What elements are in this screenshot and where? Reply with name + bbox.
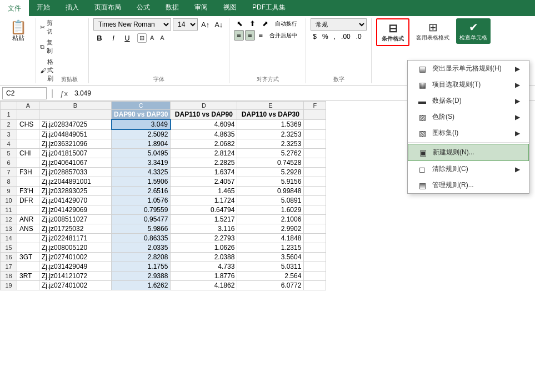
table-cell[interactable]: Zj.jz031429049	[39, 262, 112, 272]
table-cell[interactable]: Zj.jz2044891001	[39, 177, 112, 187]
table-cell[interactable]	[17, 281, 39, 290]
italic-button[interactable]: I	[107, 32, 119, 44]
table-cell[interactable]: 5.2762	[237, 149, 304, 158]
row-number[interactable]: 10	[1, 196, 17, 205]
table-cell[interactable]: 2.3253	[237, 139, 304, 149]
table-cell[interactable]: 3.5604	[237, 253, 304, 262]
table-cell[interactable]	[304, 224, 326, 234]
cell-reference-box[interactable]	[2, 87, 47, 99]
font-size-select[interactable]: 14	[173, 18, 198, 31]
table-cell[interactable]: 0.86335	[112, 234, 171, 243]
table-cell[interactable]: 1.1724	[171, 196, 237, 205]
row-number[interactable]: 16	[1, 253, 17, 262]
table-cell[interactable]	[17, 129, 39, 139]
table-cell[interactable]: 1.2315	[237, 243, 304, 253]
table-cell[interactable]: 1.6262	[112, 281, 171, 290]
font-name-select[interactable]: Times New Roman	[93, 18, 171, 31]
row-number[interactable]: 18	[1, 272, 17, 281]
table-cell[interactable]	[304, 243, 326, 253]
row-number[interactable]: 13	[1, 224, 17, 234]
menu-item-manage-rules[interactable]: ▤管理规则(R)...	[408, 177, 529, 193]
table-cell[interactable]: 4.3325	[112, 168, 171, 177]
table-cell[interactable]	[304, 119, 326, 129]
col-header-b[interactable]: B	[39, 102, 112, 110]
row-number[interactable]: 6	[1, 158, 17, 168]
row-number[interactable]: 5	[1, 149, 17, 158]
menu-item-new-rule[interactable]: ▣新建规则(N)...	[408, 144, 529, 161]
table-cell[interactable]: ANS	[17, 224, 39, 234]
cell-styles-button[interactable]: ✔ 检查单元格	[456, 18, 491, 44]
table-cell[interactable]: 3.116	[171, 224, 237, 234]
table-cell[interactable]: 2.0682	[171, 139, 237, 149]
align-right-button[interactable]: ≡	[256, 30, 266, 41]
table-cell[interactable]: Zj.jz014121072	[39, 272, 112, 281]
table-cell[interactable]: 4.1862	[171, 281, 237, 290]
table-cell[interactable]	[304, 110, 326, 120]
number-format-select[interactable]: 常规	[311, 18, 367, 31]
table-cell[interactable]: 5.0891	[237, 196, 304, 205]
table-cell[interactable]: Zj.jz032893025	[39, 187, 112, 196]
merge-center-button[interactable]: 合并后居中	[267, 30, 300, 41]
currency-button[interactable]: $	[311, 32, 319, 42]
tab-file[interactable]: 文件	[0, 0, 29, 16]
row-number[interactable]: 8	[1, 177, 17, 187]
table-format-button[interactable]: ⊞ 套用表格格式	[413, 18, 453, 44]
table-cell[interactable]: 1.0626	[171, 243, 237, 253]
table-cell[interactable]	[304, 272, 326, 281]
col-header-f[interactable]: F	[304, 102, 326, 110]
table-cell[interactable]: Zj.jz044849051	[39, 129, 112, 139]
col-header-d[interactable]: D	[171, 102, 237, 110]
table-cell[interactable]: 1.6374	[171, 168, 237, 177]
tab-page-layout[interactable]: 页面布局	[87, 0, 129, 16]
menu-item-data-bars[interactable]: ▬数据条(D)▶	[408, 93, 529, 109]
comma-button[interactable]: ,	[332, 32, 338, 42]
percent-button[interactable]: %	[320, 32, 331, 42]
table-cell[interactable]: 1.5906	[112, 177, 171, 187]
menu-item-color-scales[interactable]: ▨色阶(S)▶	[408, 109, 529, 125]
table-cell[interactable]	[17, 110, 39, 120]
table-cell[interactable]: F3'H	[17, 187, 39, 196]
wrap-text-button[interactable]: 自动换行	[272, 18, 300, 29]
table-cell[interactable]: CHI	[17, 149, 39, 158]
table-cell[interactable]	[17, 243, 39, 253]
table-cell[interactable]: Zj.jz036321096	[39, 139, 112, 149]
table-cell[interactable]: DAP110 vs DAP90	[171, 110, 237, 120]
table-cell[interactable]: 5.0311	[237, 262, 304, 272]
table-cell[interactable]: 0.74528	[237, 158, 304, 168]
row-number[interactable]: 7	[1, 168, 17, 177]
col-header-e[interactable]: E	[237, 102, 304, 110]
table-cell[interactable]: 2.8208	[112, 253, 171, 262]
font-color-button[interactable]: A	[158, 34, 167, 42]
table-cell[interactable]: 4.8635	[171, 129, 237, 139]
table-cell[interactable]	[304, 215, 326, 224]
table-cell[interactable]	[304, 253, 326, 262]
align-left-button[interactable]: ≡	[234, 30, 244, 41]
table-cell[interactable]: 2.4057	[171, 177, 237, 187]
tab-insert[interactable]: 插入	[58, 0, 87, 16]
table-cell[interactable]: 2.1006	[237, 215, 304, 224]
table-cell[interactable]: 0.64794	[171, 205, 237, 215]
table-cell[interactable]: 0.95477	[112, 215, 171, 224]
table-cell[interactable]: 3GT	[17, 253, 39, 262]
menu-item-icon-sets[interactable]: ▧图标集(I)▶	[408, 125, 529, 141]
table-cell[interactable]: 2.564	[237, 272, 304, 281]
menu-item-top-bottom-rules[interactable]: ▦项目选取规则(T)▶	[408, 77, 529, 93]
table-cell[interactable]: 2.2793	[171, 234, 237, 243]
font-size-decrease-button[interactable]: A↓	[213, 20, 224, 29]
table-cell[interactable]: 1.5217	[171, 215, 237, 224]
font-size-increase-button[interactable]: A↑	[199, 20, 211, 29]
table-cell[interactable]	[304, 168, 326, 177]
align-top-right-button[interactable]: ⬈	[259, 18, 271, 29]
table-cell[interactable]: 1.8904	[112, 139, 171, 149]
table-cell[interactable]: 4.1848	[237, 234, 304, 243]
table-cell[interactable]: 1.1755	[112, 262, 171, 272]
table-cell[interactable]: 2.6516	[112, 187, 171, 196]
col-header-a[interactable]: A	[17, 102, 39, 110]
row-number[interactable]: 12	[1, 215, 17, 224]
table-cell[interactable]: 0.79559	[112, 205, 171, 215]
table-cell[interactable]: 5.2928	[237, 168, 304, 177]
table-cell[interactable]: DAP110 vs DAP30	[237, 110, 304, 120]
table-cell[interactable]: Zj.jz041429070	[39, 196, 112, 205]
underline-button[interactable]: U	[121, 32, 133, 44]
table-cell[interactable]: 2.9902	[237, 224, 304, 234]
